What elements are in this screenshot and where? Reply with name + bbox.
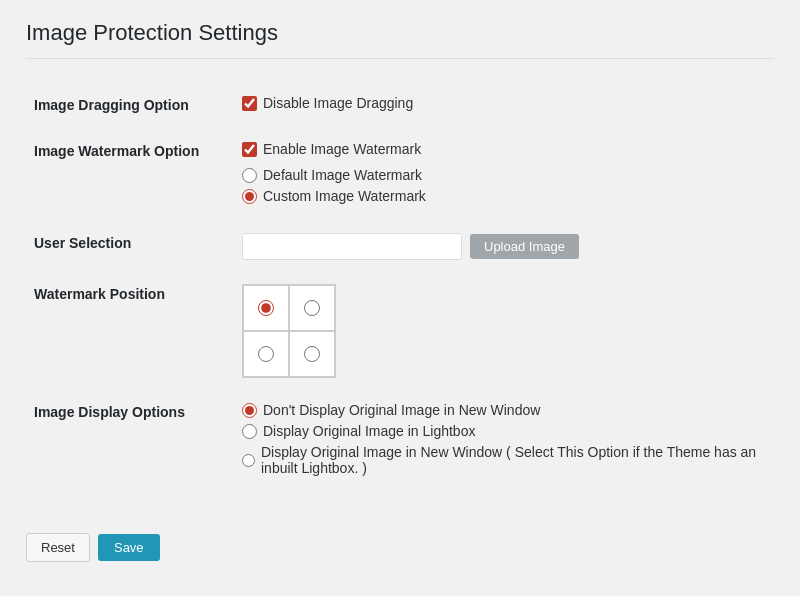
watermark-position-grid (242, 284, 336, 378)
enable-watermark-label: Enable Image Watermark (263, 141, 421, 157)
reset-button[interactable]: Reset (26, 533, 90, 562)
custom-watermark-label: Custom Image Watermark (263, 188, 426, 204)
default-watermark-radio[interactable] (242, 168, 257, 183)
watermark-position-label: Watermark Position (26, 272, 226, 390)
default-watermark-label: Default Image Watermark (263, 167, 422, 183)
page-title: Image Protection Settings (26, 20, 774, 59)
disable-dragging-label: Disable Image Dragging (263, 95, 413, 111)
save-button[interactable]: Save (98, 534, 160, 561)
watermark-pos-bottom-right[interactable] (304, 346, 320, 362)
watermark-option-label: Image Watermark Option (26, 129, 226, 221)
user-selection-input[interactable] (242, 233, 462, 260)
custom-watermark-radio[interactable] (242, 189, 257, 204)
display-no-new-window-label: Don't Display Original Image in New Wind… (263, 402, 540, 418)
display-new-window-label: Display Original Image in New Window ( S… (261, 444, 766, 476)
dragging-label: Image Dragging Option (26, 83, 226, 129)
display-lightbox-radio[interactable] (242, 424, 257, 439)
upload-image-button[interactable]: Upload Image (470, 234, 579, 259)
display-no-new-window-radio[interactable] (242, 403, 257, 418)
watermark-pos-top-right[interactable] (304, 300, 320, 316)
image-display-label: Image Display Options (26, 390, 226, 493)
watermark-pos-bottom-left[interactable] (258, 346, 274, 362)
display-lightbox-label: Display Original Image in Lightbox (263, 423, 475, 439)
footer-buttons: Reset Save (26, 517, 774, 562)
watermark-pos-top-left[interactable] (258, 300, 274, 316)
display-new-window-radio[interactable] (242, 453, 255, 468)
enable-watermark-checkbox[interactable] (242, 142, 257, 157)
user-selection-label: User Selection (26, 221, 226, 272)
disable-dragging-checkbox[interactable] (242, 96, 257, 111)
